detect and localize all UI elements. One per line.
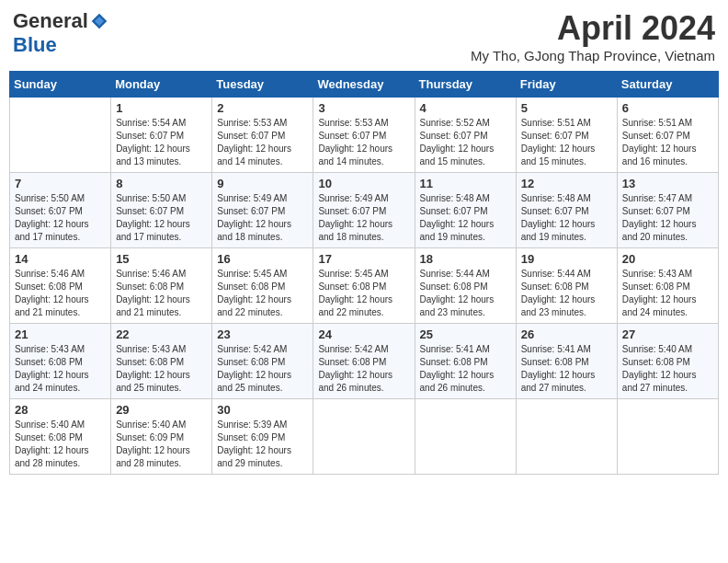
- table-row: 7Sunrise: 5:50 AM Sunset: 6:07 PM Daylig…: [10, 173, 111, 248]
- table-row: 17Sunrise: 5:45 AM Sunset: 6:08 PM Dayli…: [313, 248, 415, 324]
- day-number: 26: [521, 327, 612, 341]
- day-info: Sunrise: 5:45 AM Sunset: 6:08 PM Dayligh…: [217, 268, 308, 319]
- location-title: My Tho, GJong Thap Province, Vietnam: [471, 48, 715, 63]
- day-number: 18: [420, 252, 511, 266]
- day-number: 24: [318, 327, 409, 341]
- day-info: Sunrise: 5:51 AM Sunset: 6:07 PM Dayligh…: [622, 117, 713, 168]
- table-row: 19Sunrise: 5:44 AM Sunset: 6:08 PM Dayli…: [516, 248, 617, 324]
- day-number: 10: [318, 177, 409, 190]
- week-row-3: 14Sunrise: 5:46 AM Sunset: 6:08 PM Dayli…: [10, 248, 719, 324]
- table-row: 20Sunrise: 5:43 AM Sunset: 6:08 PM Dayli…: [617, 248, 718, 324]
- day-info: Sunrise: 5:45 AM Sunset: 6:08 PM Dayligh…: [318, 268, 409, 319]
- calendar-header-row: Sunday Monday Tuesday Wednesday Thursday…: [10, 72, 719, 98]
- day-number: 22: [116, 327, 207, 341]
- day-info: Sunrise: 5:51 AM Sunset: 6:07 PM Dayligh…: [521, 117, 612, 168]
- day-number: 27: [622, 327, 713, 341]
- table-row: [415, 399, 516, 475]
- day-info: Sunrise: 5:43 AM Sunset: 6:08 PM Dayligh…: [15, 343, 106, 395]
- day-info: Sunrise: 5:44 AM Sunset: 6:08 PM Dayligh…: [521, 268, 612, 319]
- week-row-1: 1Sunrise: 5:54 AM Sunset: 6:07 PM Daylig…: [10, 98, 719, 173]
- logo: General Blue: [13, 9, 108, 57]
- week-row-5: 28Sunrise: 5:40 AM Sunset: 6:08 PM Dayli…: [10, 399, 719, 475]
- day-number: 3: [318, 101, 409, 115]
- table-row: 3Sunrise: 5:53 AM Sunset: 6:07 PM Daylig…: [313, 98, 415, 173]
- day-number: 21: [15, 327, 106, 341]
- table-row: 27Sunrise: 5:40 AM Sunset: 6:08 PM Dayli…: [617, 324, 718, 399]
- table-row: 21Sunrise: 5:43 AM Sunset: 6:08 PM Dayli…: [10, 324, 111, 399]
- table-row: [313, 399, 415, 475]
- day-info: Sunrise: 5:53 AM Sunset: 6:07 PM Dayligh…: [318, 117, 409, 168]
- day-info: Sunrise: 5:40 AM Sunset: 6:08 PM Dayligh…: [15, 419, 106, 470]
- day-number: 8: [116, 177, 207, 190]
- day-info: Sunrise: 5:48 AM Sunset: 6:07 PM Dayligh…: [521, 192, 612, 244]
- page-header: General Blue April 2024 My Tho, GJong Th…: [9, 9, 719, 63]
- table-row: 18Sunrise: 5:44 AM Sunset: 6:08 PM Dayli…: [415, 248, 516, 324]
- table-row: 9Sunrise: 5:49 AM Sunset: 6:07 PM Daylig…: [212, 173, 313, 248]
- table-row: 15Sunrise: 5:46 AM Sunset: 6:08 PM Dayli…: [111, 248, 212, 324]
- title-area: April 2024 My Tho, GJong Thap Province, …: [471, 9, 715, 63]
- header-saturday: Saturday: [617, 72, 718, 98]
- day-number: 25: [420, 327, 511, 341]
- table-row: 12Sunrise: 5:48 AM Sunset: 6:07 PM Dayli…: [516, 173, 617, 248]
- table-row: 26Sunrise: 5:41 AM Sunset: 6:08 PM Dayli…: [516, 324, 617, 399]
- day-info: Sunrise: 5:42 AM Sunset: 6:08 PM Dayligh…: [217, 343, 308, 395]
- table-row: 23Sunrise: 5:42 AM Sunset: 6:08 PM Dayli…: [212, 324, 313, 399]
- day-number: 28: [15, 403, 106, 417]
- header-friday: Friday: [516, 72, 617, 98]
- day-number: 5: [521, 101, 612, 115]
- day-number: 9: [217, 177, 308, 190]
- day-number: 12: [521, 177, 612, 190]
- day-info: Sunrise: 5:41 AM Sunset: 6:08 PM Dayligh…: [521, 343, 612, 395]
- day-number: 7: [15, 177, 106, 190]
- day-number: 16: [217, 252, 308, 266]
- table-row: 2Sunrise: 5:53 AM Sunset: 6:07 PM Daylig…: [212, 98, 313, 173]
- day-info: Sunrise: 5:39 AM Sunset: 6:09 PM Dayligh…: [217, 419, 308, 470]
- day-number: 23: [217, 327, 308, 341]
- day-number: 11: [420, 177, 511, 190]
- day-info: Sunrise: 5:49 AM Sunset: 6:07 PM Dayligh…: [318, 192, 409, 244]
- header-thursday: Thursday: [415, 72, 516, 98]
- header-tuesday: Tuesday: [212, 72, 313, 98]
- day-info: Sunrise: 5:42 AM Sunset: 6:08 PM Dayligh…: [318, 343, 409, 395]
- day-info: Sunrise: 5:50 AM Sunset: 6:07 PM Dayligh…: [116, 192, 207, 244]
- day-number: 19: [521, 252, 612, 266]
- table-row: [10, 98, 111, 173]
- day-number: 4: [420, 101, 511, 115]
- calendar-table: Sunday Monday Tuesday Wednesday Thursday…: [9, 71, 719, 475]
- day-info: Sunrise: 5:46 AM Sunset: 6:08 PM Dayligh…: [116, 268, 207, 319]
- day-number: 13: [622, 177, 713, 190]
- day-number: 6: [622, 101, 713, 115]
- day-number: 14: [15, 252, 106, 266]
- table-row: 28Sunrise: 5:40 AM Sunset: 6:08 PM Dayli…: [10, 399, 111, 475]
- table-row: 24Sunrise: 5:42 AM Sunset: 6:08 PM Dayli…: [313, 324, 415, 399]
- table-row: 13Sunrise: 5:47 AM Sunset: 6:07 PM Dayli…: [617, 173, 718, 248]
- logo-blue-text: Blue: [13, 33, 57, 56]
- table-row: 22Sunrise: 5:43 AM Sunset: 6:08 PM Dayli…: [111, 324, 212, 399]
- day-info: Sunrise: 5:50 AM Sunset: 6:07 PM Dayligh…: [15, 192, 106, 244]
- table-row: 5Sunrise: 5:51 AM Sunset: 6:07 PM Daylig…: [516, 98, 617, 173]
- table-row: 16Sunrise: 5:45 AM Sunset: 6:08 PM Dayli…: [212, 248, 313, 324]
- week-row-2: 7Sunrise: 5:50 AM Sunset: 6:07 PM Daylig…: [10, 173, 719, 248]
- day-info: Sunrise: 5:47 AM Sunset: 6:07 PM Dayligh…: [622, 192, 713, 244]
- day-info: Sunrise: 5:43 AM Sunset: 6:08 PM Dayligh…: [116, 343, 207, 395]
- day-number: 2: [217, 101, 308, 115]
- table-row: 11Sunrise: 5:48 AM Sunset: 6:07 PM Dayli…: [415, 173, 516, 248]
- table-row: 4Sunrise: 5:52 AM Sunset: 6:07 PM Daylig…: [415, 98, 516, 173]
- logo-general-text: General: [13, 9, 88, 33]
- day-info: Sunrise: 5:40 AM Sunset: 6:08 PM Dayligh…: [622, 343, 713, 395]
- day-number: 17: [318, 252, 409, 266]
- table-row: 8Sunrise: 5:50 AM Sunset: 6:07 PM Daylig…: [111, 173, 212, 248]
- day-number: 30: [217, 403, 308, 417]
- week-row-4: 21Sunrise: 5:43 AM Sunset: 6:08 PM Dayli…: [10, 324, 719, 399]
- day-info: Sunrise: 5:48 AM Sunset: 6:07 PM Dayligh…: [420, 192, 511, 244]
- month-title: April 2024: [471, 9, 715, 48]
- day-info: Sunrise: 5:52 AM Sunset: 6:07 PM Dayligh…: [420, 117, 511, 168]
- header-wednesday: Wednesday: [313, 72, 415, 98]
- day-info: Sunrise: 5:40 AM Sunset: 6:09 PM Dayligh…: [116, 419, 207, 470]
- table-row: 25Sunrise: 5:41 AM Sunset: 6:08 PM Dayli…: [415, 324, 516, 399]
- header-monday: Monday: [111, 72, 212, 98]
- day-info: Sunrise: 5:46 AM Sunset: 6:08 PM Dayligh…: [15, 268, 106, 319]
- day-number: 15: [116, 252, 207, 266]
- table-row: [617, 399, 718, 475]
- table-row: 10Sunrise: 5:49 AM Sunset: 6:07 PM Dayli…: [313, 173, 415, 248]
